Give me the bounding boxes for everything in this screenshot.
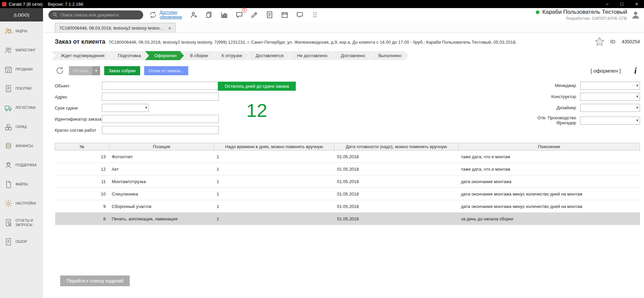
grip-dots-icon[interactable] — [311, 10, 319, 19]
stepper-step[interactable]: Не доставлено — [288, 51, 335, 60]
notification-badge: 7 — [242, 8, 247, 12]
cell-note: дата окончания монтажа минус количество … — [458, 200, 640, 213]
favorite-star-icon[interactable] — [594, 36, 605, 47]
sidebar-item-staff[interactable]: КАДРЫ — [0, 22, 43, 41]
add-user-icon[interactable] — [190, 10, 198, 19]
table-header-row: № Позиция Надо времени в днях, можно пом… — [55, 143, 640, 151]
sidebar-item-warehouse[interactable]: СКЛАД — [0, 117, 43, 136]
table-row[interactable]: 10 Спецтехника 1 01.05.2018 дата окончан… — [55, 188, 640, 200]
search-input[interactable] — [61, 12, 139, 17]
user-name: Караби Пользователь Тестовый — [542, 9, 627, 15]
sidebar-item-settings[interactable]: НАСТРОЙКИ — [0, 194, 43, 213]
sidebar-item-finance[interactable]: ФИНАНСЫ — [0, 136, 43, 156]
window-titlebar: Carabi 7 (В сети) Версия: 7.1.2.166 − □ … — [0, 0, 644, 8]
search-icon — [52, 12, 58, 17]
reports-label: Отчеты — [69, 66, 92, 75]
production-select[interactable]: ▾ — [580, 117, 640, 125]
table-row[interactable]: 8 Печать, аппликация, ламинация 1 01.05.… — [55, 213, 640, 225]
status-badge: [ оформлен ] — [591, 68, 621, 74]
cell-note: таже дата, что и монтаж — [458, 163, 640, 175]
edit-pencil-icon[interactable] — [250, 10, 259, 19]
cell-date: 01.05.2018 — [334, 188, 458, 200]
app-logo: (LOGO) — [0, 8, 43, 22]
search-box[interactable] — [48, 10, 143, 19]
avatar[interactable] — [631, 10, 641, 20]
cell-days: 1 — [214, 163, 334, 175]
document-list-icon[interactable] — [265, 10, 274, 19]
order-summary: 7С180006448, 06.03.2018, testoviy2 testo… — [109, 40, 516, 45]
column-header-date[interactable]: Дата готовности (надо), можно поменять в… — [334, 143, 458, 151]
sidebar-item-purchases[interactable]: ПОКУПКИ — [0, 79, 43, 98]
designer-select[interactable]: ▾ — [580, 104, 640, 112]
info-icon[interactable]: i — [634, 67, 637, 75]
column-header-position[interactable]: Позиция — [109, 143, 214, 151]
sidebar-item-overview[interactable]: ОБЗОР — [0, 232, 43, 251]
app-icon — [2, 2, 6, 6]
update-available-label: Доступно обновление — [160, 10, 182, 20]
sync-icon — [149, 10, 157, 19]
constructor-select[interactable]: ▾ — [580, 93, 640, 101]
tab-order[interactable]: 7С180006448, 06.03.2018, testoviy2 testo… — [55, 23, 175, 33]
sidebar-item-marketing[interactable]: МАРКЕТИНГ — [0, 41, 43, 60]
close-button[interactable]: × — [629, 0, 644, 8]
manager-select[interactable]: ▾ — [580, 82, 640, 90]
cell-note: дата окончания монтажа — [458, 175, 640, 188]
cell-days: 1 — [214, 188, 334, 200]
address-field[interactable] — [102, 93, 219, 101]
cell-position: Спецтехника — [109, 188, 214, 200]
table-row[interactable]: 13 Фотоотчет 1 01.05.2018 таже дата, что… — [55, 151, 640, 163]
stepper-step[interactable]: Доставлено — [331, 51, 372, 60]
sidebar-item-files[interactable]: ФАЙЛЫ — [0, 175, 43, 194]
chat-icon[interactable] — [295, 10, 304, 19]
order-assembled-button[interactable]: Заказ собран — [104, 66, 140, 75]
order-cancel-button[interactable]: Отказ от заказа... — [144, 66, 188, 75]
sidebar-item-sales[interactable]: ПРОДАЖИ — [0, 60, 43, 79]
app-header: (LOGO) Доступно обновление — [0, 8, 644, 22]
cell-note: дата окончания монтажа минус количество … — [458, 188, 640, 200]
chevron-down-icon: ▾ — [145, 105, 147, 110]
calendar-icon[interactable] — [280, 10, 289, 19]
copy-documents-icon[interactable] — [205, 10, 213, 19]
online-status-dot — [536, 10, 539, 14]
column-header-number[interactable]: № — [55, 143, 109, 151]
table-row[interactable]: 11 Монтаж/отгрузка 1 01.05.2018 дата око… — [55, 175, 640, 188]
finance-icon — [4, 142, 13, 151]
sidebar-item-support[interactable]: ПОДДЕРЖКА — [0, 156, 43, 175]
manager-label: Менеджер — [555, 83, 576, 88]
stepper-step[interactable]: Оформлен — [145, 51, 184, 60]
cell-number: 13 — [55, 151, 109, 163]
tab-close-icon[interactable]: × — [168, 25, 171, 31]
works-summary-field[interactable] — [102, 126, 219, 134]
column-header-days[interactable]: Надо времени в днях, можно поменять вруч… — [214, 143, 334, 151]
refresh-icon[interactable] — [55, 66, 65, 76]
production-label: Отв. Производство /бригадир — [537, 116, 576, 126]
table-row[interactable]: 9 Сборочный участок 1 01.05.2018 дата ок… — [55, 200, 640, 213]
chat-messages-icon[interactable]: 7 — [235, 10, 244, 19]
object-field[interactable] — [102, 82, 219, 90]
stepper-step[interactable]: В сборке — [180, 51, 215, 60]
bar-chart-icon[interactable] — [220, 10, 229, 19]
goto-products-button[interactable]: Перейти к списку изделий — [60, 275, 130, 286]
maximize-button[interactable]: □ — [614, 0, 629, 8]
column-header-note[interactable]: Пояснение — [458, 143, 640, 151]
cell-position: Монтаж/отгрузка — [109, 175, 214, 188]
object-label: Объект — [55, 83, 102, 88]
stepper-step[interactable]: Ждет подтверждения — [51, 51, 112, 60]
reports-dropdown-button[interactable]: Отчеты ▾ — [69, 66, 100, 75]
minimize-button[interactable]: − — [600, 0, 614, 8]
update-available-link[interactable]: Доступно обновление — [149, 10, 182, 20]
sidebar-item-logistics[interactable]: ЛОГИСТИКА — [0, 98, 43, 117]
support-icon — [4, 161, 13, 170]
positions-table: № Позиция Надо времени в днях, можно пом… — [55, 143, 640, 225]
stepper-step[interactable]: К отгрузке — [212, 51, 249, 60]
sidebar-item-reports[interactable]: ОТЧЕТЫ И ЗАПРОСЫ — [0, 213, 43, 232]
chevron-down-icon: ▾ — [636, 105, 638, 110]
order-toolbar: Отчеты ▾ Заказ собран Отказ от заказа...… — [55, 66, 640, 76]
stepper-step[interactable]: Подготовка — [109, 51, 148, 60]
deadline-select[interactable]: ▾ — [102, 104, 149, 112]
stepper-step[interactable]: Выполнено — [369, 51, 409, 60]
cell-number: 9 — [55, 200, 109, 213]
order-identifier-field[interactable] — [102, 115, 219, 123]
table-row[interactable]: 12 Акт 1 01.05.2018 таже дата, что и мон… — [55, 163, 640, 175]
stepper-step[interactable]: Доставляется — [246, 51, 291, 60]
